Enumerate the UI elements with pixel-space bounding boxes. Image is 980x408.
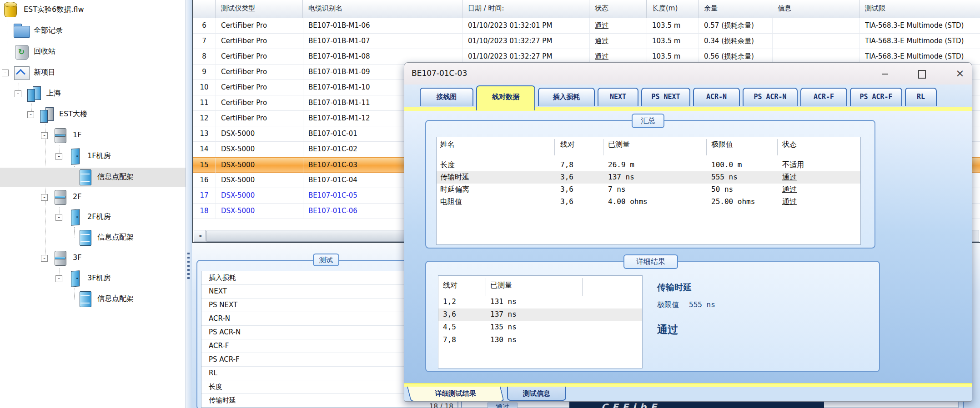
summary-group-label: 汇总 (632, 114, 664, 128)
room-icon (67, 209, 84, 225)
database-icon (4, 2, 16, 17)
scroll-left-icon[interactable]: ◄ (194, 230, 206, 241)
info-value (778, 52, 859, 61)
status-link[interactable]: 通过 (595, 21, 647, 30)
recycle-bin-icon (14, 44, 30, 60)
tree-item[interactable]: 信息点配架 (0, 289, 186, 308)
project-icon (14, 65, 30, 81)
dialog-tab[interactable]: RL (905, 88, 937, 106)
table-row[interactable]: 6 CertiFiber Pro BE107-01B-M1-06 01/10/2… (193, 18, 980, 34)
tester-type: DSX-5000 (221, 145, 303, 154)
expander-icon[interactable]: - (55, 153, 62, 160)
header-tester[interactable]: 测试仪类型 (216, 0, 303, 18)
tree-item[interactable]: - 2F机房 (0, 208, 186, 227)
summary-row[interactable]: 传输时延 3,6 137 ns 555 ns 通过 (437, 171, 860, 184)
status-link[interactable]: 不适用 (782, 160, 804, 170)
test-list-item-label: ACR-F (209, 342, 229, 350)
app-window: EST实验6数据.flw 全部记录 回收站 - 新项目 - 上海 (0, 0, 980, 408)
dialog-tab[interactable]: 接线图 (420, 88, 473, 106)
tree-item[interactable]: - 3F机房 (0, 269, 186, 288)
tree-item[interactable]: - 2F (0, 188, 186, 207)
close-button[interactable]: × (951, 67, 969, 80)
dialog-tab-label: RL (917, 93, 925, 101)
test-limit: TIA-568.3-E Multimode (STD) (865, 52, 980, 61)
dialog-titlebar[interactable]: BE107-01C-03 × (404, 63, 972, 85)
dialog-tab-label: NEXT (610, 93, 626, 101)
header-info[interactable]: 信息 (772, 0, 859, 18)
dialog-tab[interactable]: PS ACR-F (850, 88, 902, 106)
header-cable-id[interactable]: 电缆识别名 ▲ (303, 0, 462, 18)
status-link[interactable]: 通过 (782, 185, 797, 194)
dialog-tab[interactable]: PS ACR-N (743, 88, 798, 106)
header-status[interactable]: 状态 (589, 0, 647, 18)
tree-item[interactable]: 信息点配架 (0, 228, 186, 247)
header-length[interactable]: 长度(m) (647, 0, 699, 18)
row-number: 8 (193, 52, 216, 61)
test-list-item-label: 插入损耗 (209, 274, 236, 282)
header-rownum[interactable] (193, 0, 216, 18)
bottom-tab-test-info[interactable]: 测试信息 (507, 387, 566, 401)
dialog-tab[interactable]: ACR-N (693, 88, 740, 106)
expander-icon[interactable]: - (41, 132, 48, 139)
pair: 3,6 (443, 310, 456, 318)
tree-item[interactable]: - 上海 (0, 84, 186, 103)
row-number: 18 (193, 207, 216, 216)
details-row[interactable]: 1,2 131 ns (438, 296, 642, 308)
table-row[interactable]: 7 CertiFiber Pro BE107-01B-M1-07 01/10/2… (193, 34, 980, 49)
expander-icon[interactable]: - (41, 194, 48, 201)
tree-item[interactable]: - EST大楼 (0, 105, 186, 124)
header-margin[interactable]: 余量 (699, 0, 772, 18)
summary-row[interactable]: 电阻值 3,6 4.00 ohms 25.00 ohms 通过 (437, 196, 860, 208)
cable-id: BE107-01B-M1-06 (308, 21, 462, 30)
header-limit[interactable]: 测试限 (859, 0, 980, 18)
measured: 131 ns (490, 297, 517, 306)
dialog-tab[interactable]: ACR-F (800, 88, 847, 106)
expander-icon[interactable]: - (41, 255, 48, 262)
splitter-handle-icon[interactable] (187, 253, 190, 280)
vertical-splitter[interactable] (186, 0, 192, 408)
tester-type: DSX-5000 (221, 191, 303, 200)
tree-item[interactable]: - 3F (0, 249, 186, 268)
sort-ascending-icon: ▲ (308, 4, 457, 10)
tree-item-label: EST大楼 (59, 109, 87, 119)
test-list-item-label: NEXT (209, 287, 227, 295)
bottom-tab-detailed-results[interactable]: 详细测试结果 (407, 387, 504, 402)
status-link[interactable]: 通过 (782, 197, 797, 207)
dialog-tab[interactable]: 插入损耗 (538, 88, 595, 106)
status-link[interactable]: 通过 (595, 52, 647, 61)
result-detail-dialog: BE107-01C-03 × 接线图 线对数据 插入损耗 NEXT PS NEX… (404, 62, 972, 402)
dialog-tab[interactable]: PS NEXT (641, 88, 690, 106)
summary-col-limit: 极限值 (711, 140, 733, 149)
expander-icon[interactable]: - (27, 111, 34, 118)
tree-item[interactable]: - 1F机房 (0, 147, 186, 166)
header-datetime[interactable]: 日期 / 时间: (462, 0, 589, 18)
expander-icon[interactable]: - (15, 90, 21, 97)
tree-item[interactable]: - 新项目 (0, 63, 186, 82)
tree-item[interactable]: EST实验6数据.flw (0, 0, 186, 20)
details-row[interactable]: 3,6 137 ns (438, 308, 642, 321)
summary-row[interactable]: 长度 7,8 26.9 m 100.0 m 不适用 (437, 159, 860, 171)
summary-row[interactable]: 时延偏离 3,6 7 ns 50 ns 通过 (437, 184, 860, 196)
minimize-button[interactable] (876, 67, 894, 80)
tree-item[interactable]: 回收站 (0, 42, 186, 61)
dialog-tab-label: 线对数据 (492, 93, 519, 101)
summary-col-status: 状态 (782, 140, 797, 149)
expander-icon[interactable]: - (2, 70, 9, 76)
expander-icon[interactable]: - (55, 214, 62, 221)
dialog-tab[interactable]: 线对数据 (476, 85, 535, 110)
details-row[interactable]: 4,5 135 ns (438, 321, 642, 334)
param-name: 长度 (440, 160, 455, 170)
status-link[interactable]: 通过 (595, 37, 647, 46)
tree-item[interactable]: 全部记录 (0, 21, 186, 40)
details-row[interactable]: 7,8 130 ns (438, 334, 642, 347)
site-icon (26, 85, 43, 102)
dialog-tab[interactable]: NEXT (598, 88, 638, 106)
tree-item[interactable]: 信息点配架 (0, 168, 186, 187)
details-col-pair: 线对 (443, 281, 457, 290)
dialog-tab-label: ACR-N (706, 93, 727, 101)
tree-item[interactable]: - 1F (0, 126, 186, 145)
maximize-button[interactable] (913, 67, 931, 80)
dialog-tab-label: 接线图 (437, 93, 457, 101)
status-link[interactable]: 通过 (782, 173, 797, 182)
expander-icon[interactable]: - (55, 275, 62, 282)
